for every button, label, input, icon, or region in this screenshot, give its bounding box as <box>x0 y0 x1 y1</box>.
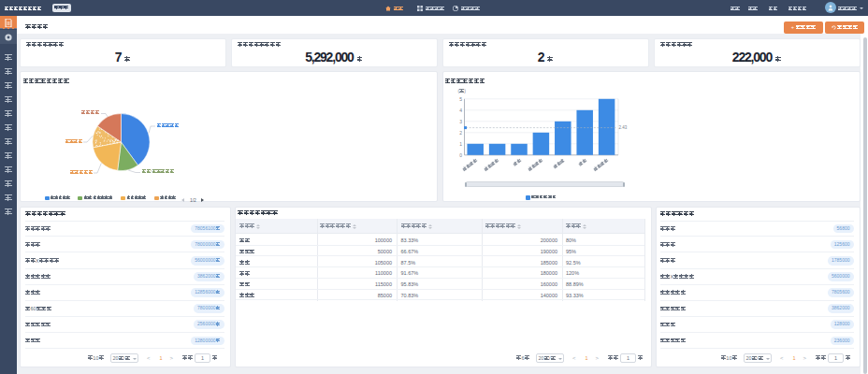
svg-text:5: 5 <box>459 96 462 102</box>
svg-text:4: 4 <box>459 108 462 113</box>
svg-text:3: 3 <box>459 119 462 124</box>
svg-text:2: 2 <box>459 130 462 136</box>
svg-text:0: 0 <box>459 152 462 158</box>
svg-text:1: 1 <box>459 141 462 147</box>
